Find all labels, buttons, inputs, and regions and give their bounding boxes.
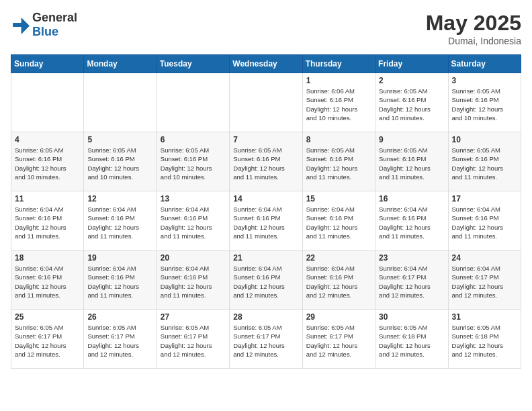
calendar-cell-w3-d3: 13Sunrise: 6:04 AM Sunset: 6:16 PM Dayli… (157, 191, 229, 250)
calendar-cell-w1-d5: 1Sunrise: 6:06 AM Sunset: 6:16 PM Daylig… (302, 73, 375, 132)
day-info: Sunrise: 6:05 AM Sunset: 6:17 PM Dayligh… (161, 323, 226, 359)
week-row-4: 18Sunrise: 6:04 AM Sunset: 6:16 PM Dayli… (11, 250, 521, 310)
calendar-cell-w1-d3 (157, 73, 229, 132)
day-number: 23 (379, 253, 444, 263)
day-info: Sunrise: 6:05 AM Sunset: 6:17 PM Dayligh… (233, 323, 298, 359)
day-number: 5 (87, 135, 152, 144)
day-info: Sunrise: 6:05 AM Sunset: 6:16 PM Dayligh… (452, 87, 517, 122)
location-subtitle: Dumai, Indonesia (426, 36, 521, 46)
day-number: 26 (87, 312, 152, 322)
calendar-cell-w1-d4 (230, 73, 302, 132)
calendar-cell-w1-d2 (84, 73, 157, 132)
header-saturday: Saturday (448, 55, 521, 73)
day-info: Sunrise: 6:05 AM Sunset: 6:16 PM Dayligh… (233, 146, 298, 181)
logo: General Blue (11, 11, 77, 39)
day-number: 3 (452, 76, 517, 85)
day-number: 2 (379, 76, 444, 85)
day-info: Sunrise: 6:04 AM Sunset: 6:16 PM Dayligh… (161, 205, 226, 240)
calendar-cell-w3-d5: 15Sunrise: 6:04 AM Sunset: 6:16 PM Dayli… (302, 191, 375, 250)
calendar-cell-w4-d3: 20Sunrise: 6:04 AM Sunset: 6:16 PM Dayli… (157, 250, 229, 310)
day-number: 14 (233, 194, 298, 203)
day-number: 19 (87, 253, 152, 263)
day-info: Sunrise: 6:05 AM Sunset: 6:18 PM Dayligh… (379, 323, 444, 359)
day-number: 15 (306, 194, 371, 203)
calendar-cell-w5-d1: 25Sunrise: 6:05 AM Sunset: 6:17 PM Dayli… (11, 310, 84, 369)
day-info: Sunrise: 6:05 AM Sunset: 6:17 PM Dayligh… (306, 323, 371, 359)
day-number: 25 (15, 312, 80, 322)
calendar-cell-w5-d5: 29Sunrise: 6:05 AM Sunset: 6:17 PM Dayli… (302, 310, 375, 369)
day-info: Sunrise: 6:05 AM Sunset: 6:17 PM Dayligh… (87, 323, 152, 359)
title-block: May 2025 Dumai, Indonesia (426, 11, 521, 46)
header-wednesday: Wednesday (230, 55, 302, 73)
day-info: Sunrise: 6:05 AM Sunset: 6:16 PM Dayligh… (379, 87, 444, 122)
day-info: Sunrise: 6:04 AM Sunset: 6:16 PM Dayligh… (233, 264, 298, 300)
header-tuesday: Tuesday (157, 55, 229, 73)
calendar-cell-w2-d3: 6Sunrise: 6:05 AM Sunset: 6:16 PM Daylig… (157, 132, 229, 191)
day-info: Sunrise: 6:04 AM Sunset: 6:16 PM Dayligh… (87, 264, 152, 300)
calendar-cell-w2-d2: 5Sunrise: 6:05 AM Sunset: 6:16 PM Daylig… (84, 132, 157, 191)
day-info: Sunrise: 6:04 AM Sunset: 6:17 PM Dayligh… (379, 264, 444, 300)
calendar-cell-w4-d2: 19Sunrise: 6:04 AM Sunset: 6:16 PM Dayli… (84, 250, 157, 310)
day-info: Sunrise: 6:04 AM Sunset: 6:16 PM Dayligh… (306, 264, 371, 300)
day-number: 22 (306, 253, 371, 263)
header-thursday: Thursday (302, 55, 375, 73)
calendar-cell-w1-d7: 3Sunrise: 6:05 AM Sunset: 6:16 PM Daylig… (448, 73, 521, 132)
day-info: Sunrise: 6:05 AM Sunset: 6:18 PM Dayligh… (452, 323, 517, 359)
calendar-cell-w2-d4: 7Sunrise: 6:05 AM Sunset: 6:16 PM Daylig… (230, 132, 302, 191)
calendar-cell-w1-d1 (11, 73, 84, 132)
day-info: Sunrise: 6:05 AM Sunset: 6:16 PM Dayligh… (379, 146, 444, 181)
logo-general-text: General (32, 11, 77, 24)
day-number: 16 (379, 194, 444, 203)
day-number: 4 (15, 135, 80, 144)
page-header: General Blue May 2025 Dumai, Indonesia (11, 11, 521, 46)
calendar-cell-w5-d6: 30Sunrise: 6:05 AM Sunset: 6:18 PM Dayli… (375, 310, 448, 369)
day-info: Sunrise: 6:04 AM Sunset: 6:16 PM Dayligh… (233, 205, 298, 240)
calendar-cell-w3-d4: 14Sunrise: 6:04 AM Sunset: 6:16 PM Dayli… (230, 191, 302, 250)
day-number: 9 (379, 135, 444, 144)
calendar-cell-w4-d7: 24Sunrise: 6:04 AM Sunset: 6:17 PM Dayli… (448, 250, 521, 310)
day-number: 13 (161, 194, 226, 203)
day-number: 27 (161, 312, 226, 322)
day-info: Sunrise: 6:04 AM Sunset: 6:16 PM Dayligh… (87, 205, 152, 240)
calendar-cell-w5-d3: 27Sunrise: 6:05 AM Sunset: 6:17 PM Dayli… (157, 310, 229, 369)
calendar-cell-w3-d1: 11Sunrise: 6:04 AM Sunset: 6:16 PM Dayli… (11, 191, 84, 250)
day-info: Sunrise: 6:05 AM Sunset: 6:16 PM Dayligh… (452, 146, 517, 181)
day-number: 31 (452, 312, 517, 322)
day-info: Sunrise: 6:06 AM Sunset: 6:16 PM Dayligh… (306, 87, 371, 122)
day-info: Sunrise: 6:05 AM Sunset: 6:16 PM Dayligh… (161, 146, 226, 181)
calendar-cell-w5-d2: 26Sunrise: 6:05 AM Sunset: 6:17 PM Dayli… (84, 310, 157, 369)
general-blue-icon (11, 15, 30, 34)
header-monday: Monday (84, 55, 157, 73)
calendar-cell-w3-d7: 17Sunrise: 6:04 AM Sunset: 6:16 PM Dayli… (448, 191, 521, 250)
day-number: 18 (15, 253, 80, 263)
day-info: Sunrise: 6:04 AM Sunset: 6:16 PM Dayligh… (306, 205, 371, 240)
week-row-3: 11Sunrise: 6:04 AM Sunset: 6:16 PM Dayli… (11, 191, 521, 250)
day-number: 12 (87, 194, 152, 203)
calendar-header-row: Sunday Monday Tuesday Wednesday Thursday… (11, 55, 521, 73)
day-number: 29 (306, 312, 371, 322)
calendar-cell-w3-d2: 12Sunrise: 6:04 AM Sunset: 6:16 PM Dayli… (84, 191, 157, 250)
day-info: Sunrise: 6:05 AM Sunset: 6:16 PM Dayligh… (87, 146, 152, 181)
calendar-table: Sunday Monday Tuesday Wednesday Thursday… (11, 54, 521, 369)
week-row-5: 25Sunrise: 6:05 AM Sunset: 6:17 PM Dayli… (11, 310, 521, 369)
day-number: 7 (233, 135, 298, 144)
calendar-cell-w4-d1: 18Sunrise: 6:04 AM Sunset: 6:16 PM Dayli… (11, 250, 84, 310)
calendar-cell-w2-d1: 4Sunrise: 6:05 AM Sunset: 6:16 PM Daylig… (11, 132, 84, 191)
day-number: 11 (15, 194, 80, 203)
calendar-cell-w2-d5: 8Sunrise: 6:05 AM Sunset: 6:16 PM Daylig… (302, 132, 375, 191)
day-info: Sunrise: 6:05 AM Sunset: 6:16 PM Dayligh… (306, 146, 371, 181)
svg-marker-1 (13, 17, 30, 34)
day-number: 17 (452, 194, 517, 203)
day-number: 10 (452, 135, 517, 144)
calendar-cell-w4-d5: 22Sunrise: 6:04 AM Sunset: 6:16 PM Dayli… (302, 250, 375, 310)
day-info: Sunrise: 6:04 AM Sunset: 6:17 PM Dayligh… (452, 264, 517, 300)
month-year-title: May 2025 (426, 11, 521, 36)
day-info: Sunrise: 6:04 AM Sunset: 6:16 PM Dayligh… (15, 264, 80, 300)
day-number: 6 (161, 135, 226, 144)
calendar-cell-w3-d6: 16Sunrise: 6:04 AM Sunset: 6:16 PM Dayli… (375, 191, 448, 250)
calendar-cell-w1-d6: 2Sunrise: 6:05 AM Sunset: 6:16 PM Daylig… (375, 73, 448, 132)
day-number: 21 (233, 253, 298, 263)
day-number: 24 (452, 253, 517, 263)
week-row-1: 1Sunrise: 6:06 AM Sunset: 6:16 PM Daylig… (11, 73, 521, 132)
day-info: Sunrise: 6:04 AM Sunset: 6:16 PM Dayligh… (379, 205, 444, 240)
